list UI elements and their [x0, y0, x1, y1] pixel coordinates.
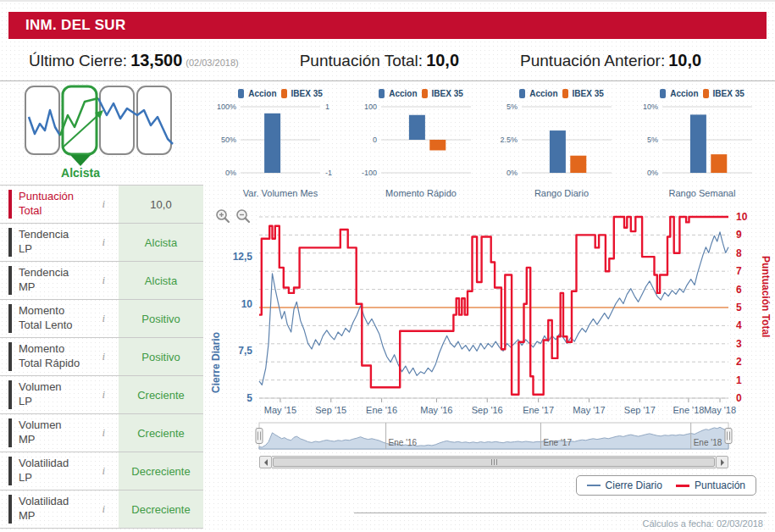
navigator-svg: Ene '16Ene '17Ene '18	[220, 420, 767, 452]
svg-text:100: 100	[364, 103, 377, 111]
svg-text:May '16: May '16	[420, 405, 452, 415]
navigator-handle-left[interactable]	[256, 429, 263, 444]
svg-text:0: 0	[373, 136, 377, 144]
svg-text:2.5%: 2.5%	[500, 136, 518, 144]
scroll-left-button[interactable]	[259, 456, 272, 468]
info-icon[interactable]: i	[102, 388, 105, 402]
trend-pointer-icon	[70, 155, 91, 166]
info-icon[interactable]: i	[102, 464, 105, 478]
legend-item-cierre-diario[interactable]: Cierre Diario	[587, 479, 662, 491]
scrollbar-grip-icon	[491, 459, 497, 465]
svg-text:-100: -100	[362, 169, 377, 177]
indicator-row-tendencia-lp: TendenciaLP i Alcista	[0, 223, 203, 261]
svg-text:7: 7	[736, 265, 742, 277]
mini-chart-title: Rango Semanal	[634, 188, 771, 200]
bar-accion	[690, 114, 706, 173]
summary-bar: Último Cierre:13,500(02/03/2018) Puntuac…	[0, 39, 775, 81]
svg-text:10: 10	[241, 298, 253, 310]
indicator-label: TendenciaMP	[8, 266, 69, 295]
trend-state-graphic: Alcista	[22, 85, 183, 183]
legend-item-puntuacion[interactable]: Puntuación	[676, 479, 745, 491]
info-icon[interactable]: i	[102, 312, 105, 325]
zoom-out-icon[interactable]	[235, 208, 251, 224]
svg-text:50%: 50%	[221, 136, 236, 144]
charts-panel: AccionIBEX 35100%50%0%1-1Var. Volumen Me…	[203, 81, 775, 529]
bar-ibex-35	[570, 156, 586, 173]
indicator-row-momento-lento: MomentoTotal Lento i Positivo	[0, 299, 203, 337]
bar-ibex-35	[711, 154, 727, 173]
svg-text:1: 1	[736, 374, 742, 386]
mini-chart-title: Momento Rápido	[352, 188, 490, 200]
svg-text:7,5: 7,5	[238, 345, 252, 357]
legend-label[interactable]: IBEX 35	[432, 89, 463, 98]
scroll-right-button[interactable]	[716, 456, 728, 468]
ultimo-cierre-label: Último Cierre:	[29, 52, 127, 69]
svg-text:Ene '17: Ene '17	[543, 438, 572, 447]
legend-label[interactable]: IBEX 35	[713, 89, 745, 98]
range-navigator: Ene '16Ene '17Ene '18	[220, 420, 775, 456]
chart-scrollbar	[259, 456, 728, 468]
legend-swatch-icon	[519, 89, 525, 98]
svg-text:5%: 5%	[647, 136, 658, 144]
mini-chart-plot: 100%50%0%1-1	[212, 100, 347, 185]
legend-swatch-icon	[238, 89, 244, 98]
mini-chart-momento-rapido: AccionIBEX 351000-100Momento Rápido	[352, 86, 490, 200]
scrollbar-track[interactable]	[272, 456, 716, 468]
blue-line-swatch	[587, 485, 601, 486]
svg-text:5%: 5%	[507, 103, 518, 111]
svg-text:8: 8	[736, 247, 742, 259]
puntuacion-anterior-value: 10,0	[668, 51, 701, 69]
indicator-row-momento-rapido: MomentoTotal Rápido i Positivo	[0, 337, 203, 375]
title-bar: INM. DEL SUR	[8, 12, 767, 39]
info-icon[interactable]: i	[102, 274, 105, 287]
svg-text:0: 0	[736, 392, 742, 404]
indicator-label: VolatilidadMP	[8, 495, 69, 524]
info-icon[interactable]: i	[102, 426, 105, 440]
legend-label[interactable]: Accion	[248, 89, 276, 98]
info-icon[interactable]: i	[102, 350, 105, 363]
main-chart: Cierre Diario Puntuación Total 012345678…	[203, 205, 775, 496]
puntuacion-anterior: Puntuación Anterior:10,0	[520, 51, 701, 70]
svg-text:5: 5	[736, 302, 742, 313]
mini-legend: AccionIBEX 35	[493, 86, 630, 100]
info-icon[interactable]: i	[102, 197, 105, 211]
legend-swatch-icon	[562, 89, 568, 98]
legend-row: Cierre Diario Puntuación	[203, 475, 756, 496]
svg-text:2: 2	[736, 356, 742, 368]
scrollbar-thumb[interactable]	[273, 457, 715, 467]
indicator-label: VolumenLP	[8, 380, 62, 409]
svg-text:Sep '15: Sep '15	[315, 405, 346, 415]
info-icon[interactable]: i	[102, 236, 105, 249]
zoom-in-icon[interactable]	[215, 208, 230, 224]
legend-label[interactable]: Accion	[529, 89, 557, 98]
mini-chart-title: Rango Diario	[493, 188, 630, 200]
svg-text:9: 9	[736, 229, 742, 241]
indicator-value: Alcista	[119, 224, 203, 261]
legend-swatch-icon	[703, 89, 709, 98]
dashboard-page: INM. DEL SUR Último Cierre:13,500(02/03/…	[0, 0, 775, 532]
trend-state-label: Alcista	[61, 166, 100, 180]
svg-text:May '17: May '17	[573, 405, 605, 415]
legend-label[interactable]: Accion	[389, 89, 417, 98]
svg-text:-1: -1	[325, 169, 332, 177]
legend-label[interactable]: Accion	[670, 89, 698, 98]
info-icon[interactable]: i	[102, 502, 105, 516]
bar-accion	[264, 114, 280, 173]
mini-chart-plot: 5%2.5%0%	[493, 100, 628, 185]
indicator-value: Positivo	[119, 300, 203, 337]
svg-text:3: 3	[736, 338, 742, 350]
indicator-label: PuntuaciónTotal	[8, 190, 74, 219]
indicator-value: Alcista	[119, 262, 203, 299]
indicator-value: Decreciente	[119, 452, 203, 490]
legend-swatch-icon	[422, 89, 428, 98]
indicator-label: MomentoTotal Lento	[8, 304, 73, 333]
legend-label[interactable]: IBEX 35	[573, 89, 604, 98]
svg-text:0%: 0%	[507, 169, 518, 177]
legend-label[interactable]: IBEX 35	[291, 89, 323, 98]
indicator-panel: Alcista PuntuaciónTotal i 10,0 Tendencia…	[0, 81, 203, 529]
bar-accion	[409, 115, 425, 140]
svg-text:Ene '16: Ene '16	[389, 438, 418, 447]
navigator-handle-right[interactable]	[725, 429, 732, 444]
indicator-label: MomentoTotal Rápido	[8, 342, 80, 371]
legend-swatch-icon	[660, 89, 666, 98]
